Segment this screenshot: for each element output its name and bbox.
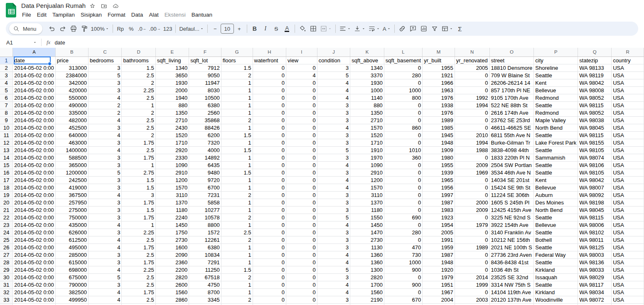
cell-J27[interactable]: 4	[317, 251, 350, 258]
cell-K16[interactable]: 2910	[350, 169, 384, 176]
cell-A9[interactable]: 2014-05-02 0:00	[13, 116, 55, 124]
cell-R23[interactable]: USA	[612, 221, 644, 229]
cell-C7[interactable]: 2	[88, 101, 122, 109]
cell-M12[interactable]: 1948	[423, 139, 455, 146]
cell-R12[interactable]: USA	[612, 139, 644, 146]
cell-G11[interactable]: 1.5	[221, 131, 253, 139]
cell-K22[interactable]: 1550	[350, 214, 384, 221]
cell-J15[interactable]: 4	[317, 161, 350, 169]
cell-R27[interactable]: USA	[612, 251, 644, 258]
cell-K23[interactable]: 1450	[350, 221, 384, 229]
row-header-27[interactable]: 27	[0, 251, 13, 258]
cell-Q7[interactable]: WA 98115	[578, 101, 612, 109]
cell-I26[interactable]: 0	[286, 244, 317, 251]
select-all-corner[interactable]	[0, 48, 13, 57]
cell-J30[interactable]: 3	[317, 273, 350, 281]
cell-K15[interactable]: 1090	[350, 161, 384, 169]
cell-K12[interactable]: 1710	[350, 139, 384, 146]
menu-item-sisipkan[interactable]: Sisipkan	[78, 11, 105, 18]
cell-P18[interactable]: Bellevue	[534, 184, 578, 191]
cell-Q2[interactable]: WA 98133	[578, 64, 612, 71]
cell-M27[interactable]: 1987	[423, 251, 455, 258]
cell-I25[interactable]: 0	[286, 236, 317, 244]
cell-N10[interactable]: 0	[455, 124, 489, 131]
cell-K3[interactable]: 3370	[350, 71, 384, 79]
cell-H1[interactable]: waterfront	[253, 57, 286, 64]
cell-P24[interactable]: Seattle	[534, 229, 578, 236]
cell-C13[interactable]: 4	[88, 146, 122, 154]
cell-C21[interactable]: 3	[88, 206, 122, 214]
cell-C4[interactable]: 3	[88, 79, 122, 86]
cell-D17[interactable]: 1.5	[122, 176, 155, 184]
cell-M7[interactable]: 1938	[423, 101, 455, 109]
cell-H30[interactable]: 0	[253, 273, 286, 281]
cell-E15[interactable]: 1090	[155, 161, 189, 169]
cell-J28[interactable]: 4	[317, 258, 350, 266]
format-currency-button[interactable]: Rp	[115, 23, 126, 34]
cell-B20[interactable]: 257950	[55, 199, 88, 206]
cell-N2[interactable]: 2005	[455, 64, 489, 71]
cell-F4[interactable]: 11947	[189, 79, 221, 86]
cell-B2[interactable]: 313000	[55, 64, 88, 71]
cell-N23[interactable]: 1979	[455, 221, 489, 229]
cell-J31[interactable]: 4	[317, 281, 350, 288]
sheets-logo-icon[interactable]	[6, 3, 17, 17]
cell-D8[interactable]: 2	[122, 109, 155, 116]
cell-R1[interactable]: country	[612, 57, 644, 64]
cell-N19[interactable]: 0	[455, 191, 489, 199]
cell-F20[interactable]: 5858	[189, 199, 221, 206]
cell-P23[interactable]: Bellevue	[534, 221, 578, 229]
column-header-E[interactable]: E	[155, 48, 189, 57]
row-header-23[interactable]: 23	[0, 221, 13, 229]
cell-B3[interactable]: 2384000	[55, 71, 88, 79]
cell-Q34[interactable]	[578, 303, 612, 305]
cell-H31[interactable]: 0	[253, 281, 286, 288]
cell-M8[interactable]: 1976	[423, 109, 455, 116]
cell-B1[interactable]: price	[55, 57, 88, 64]
cell-E10[interactable]: 2430	[155, 124, 189, 131]
cell-B22[interactable]: 750000	[55, 214, 88, 221]
cell-E22[interactable]: 2240	[155, 214, 189, 221]
row-header-17[interactable]: 17	[0, 176, 13, 184]
cell-J23[interactable]: 4	[317, 221, 350, 229]
cell-J7[interactable]: 3	[317, 101, 350, 109]
cell-R7[interactable]: USA	[612, 101, 644, 109]
row-header-13[interactable]: 13	[0, 146, 13, 154]
cell-L11[interactable]: 0	[384, 131, 422, 139]
cell-E19[interactable]: 3110	[155, 191, 189, 199]
cell-R3[interactable]: USA	[612, 71, 644, 79]
cell-K20[interactable]: 1370	[350, 199, 384, 206]
cell-E6[interactable]: 1940	[155, 94, 189, 101]
cell-J20[interactable]: 3	[317, 199, 350, 206]
cell-F10[interactable]: 88426	[189, 124, 221, 131]
cell-C6[interactable]: 4	[88, 94, 122, 101]
cell-E33[interactable]: 2860	[155, 296, 189, 303]
cell-K5[interactable]: 1000	[350, 86, 384, 94]
cell-B14[interactable]: 588500	[55, 154, 88, 161]
cell-R8[interactable]: USA	[612, 109, 644, 116]
cell-G3[interactable]: 2	[221, 71, 253, 79]
cell-A31[interactable]: 2014-05-02 0:00	[13, 281, 55, 288]
cell-A24[interactable]: 2014-05-02 0:00	[13, 229, 55, 236]
cell-I33[interactable]: 0	[286, 296, 317, 303]
cell-D19[interactable]: 3	[122, 191, 155, 199]
cell-D21[interactable]: 1.5	[122, 206, 155, 214]
column-header-B[interactable]: B	[55, 48, 88, 57]
cell-L2[interactable]: 0	[384, 64, 422, 71]
cell-J12[interactable]: 3	[317, 139, 350, 146]
cell-O7[interactable]: 522 NE 88th St	[489, 101, 534, 109]
row-header-7[interactable]: 7	[0, 101, 13, 109]
cell-E1[interactable]: sqft_living	[155, 57, 189, 64]
cell-L31[interactable]: 900	[384, 281, 422, 288]
cell-A23[interactable]: 2014-05-02 0:00	[13, 221, 55, 229]
cell-J14[interactable]: 3	[317, 154, 350, 161]
cell-N24[interactable]: 0	[455, 229, 489, 236]
cell-L1[interactable]: sqft_basement	[384, 57, 422, 64]
table-views-button[interactable]	[440, 23, 455, 34]
cell-N4[interactable]: 0	[455, 79, 489, 86]
cell-N12[interactable]: 1994	[455, 139, 489, 146]
cell-F11[interactable]: 6200	[189, 131, 221, 139]
cell-M10[interactable]: 1985	[423, 124, 455, 131]
cell-H10[interactable]: 0	[253, 124, 286, 131]
cell-G29[interactable]: 1.5	[221, 266, 253, 273]
